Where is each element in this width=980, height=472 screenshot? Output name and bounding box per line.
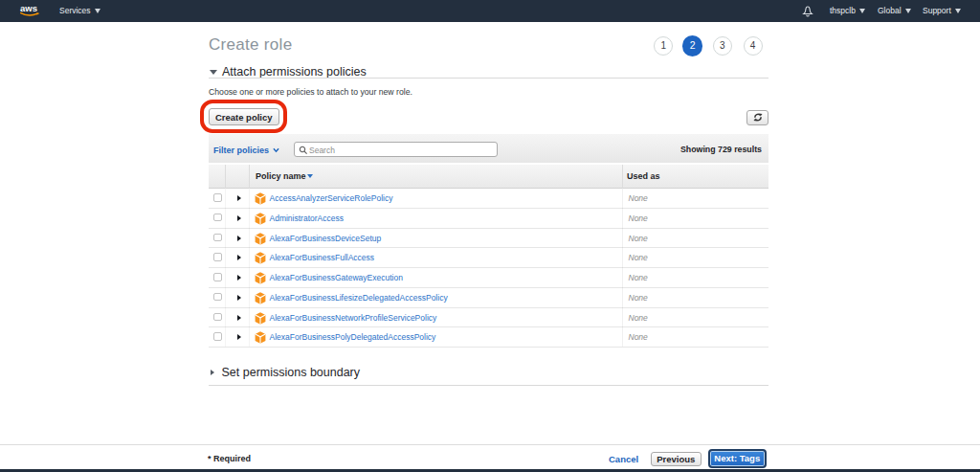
svg-text:aws: aws <box>20 3 37 13</box>
